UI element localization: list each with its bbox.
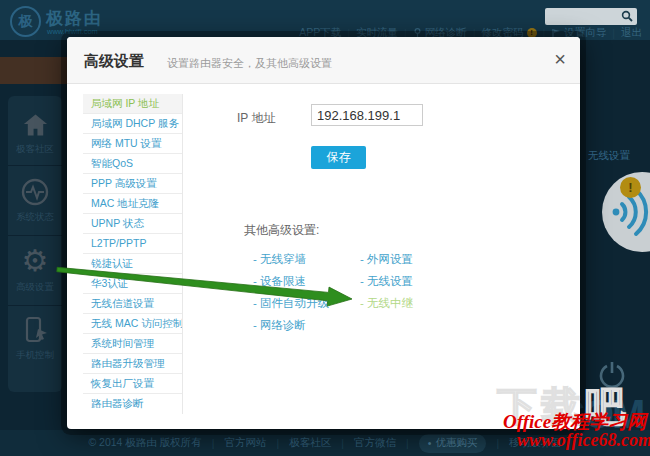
nav-logout[interactable]: 退出 [621, 26, 642, 40]
watermark-site-url: www.office68.com [517, 430, 650, 451]
save-button[interactable]: 保存 [311, 146, 366, 169]
dialog-header: 高级设置 设置路由器安全，及其他高级设置 × [67, 37, 580, 84]
sidebar-item-system-status[interactable]: 系统状态 [8, 178, 62, 224]
settings-menu: 局域网 IP 地址 局域网 DHCP 服务 网络 MTU 设置 智能QoS PP… [83, 94, 183, 414]
sidebar-item-advanced-settings[interactable]: ⚙ 高级设置 [8, 246, 62, 294]
menu-item-qos[interactable]: 智能QoS [83, 154, 182, 174]
footer-separator: | [406, 437, 409, 449]
ip-address-label: IP 地址 [237, 110, 275, 127]
logo-glyph: 极 [19, 13, 33, 31]
other-settings-heading: 其他高级设置: [244, 222, 319, 239]
menu-item-l2tp-pptp[interactable]: L2TP/PPTP [83, 234, 182, 254]
link-wan-settings[interactable]: - 外网设置 [360, 252, 413, 267]
link-wireless-settings[interactable]: - 无线设置 [360, 274, 413, 289]
brand-logo-icon: 极 [10, 6, 41, 37]
footer-separator: | [341, 437, 344, 449]
footer-separator: | [496, 437, 499, 449]
brand-url: www.hiwifi.com [47, 27, 98, 36]
footer-separator: | [212, 437, 215, 449]
menu-item-factory-reset[interactable]: 恢复出厂设置 [83, 374, 182, 394]
menu-item-router-upgrade[interactable]: 路由器升级管理 [83, 354, 182, 374]
footer-link-official-site[interactable]: 官方网站 [224, 436, 266, 450]
sidebar-item-community[interactable]: 极客社区 [8, 112, 62, 156]
menu-item-router-diagnose[interactable]: 路由器诊断 [83, 394, 182, 414]
sidebar-divider [8, 165, 62, 166]
wifi-alert-badge: ! [620, 177, 641, 198]
sidebar-divider [8, 305, 62, 306]
footer-link-wechat[interactable]: 官方微信 [354, 436, 396, 450]
wireless-settings-label: 无线设置 [588, 149, 630, 163]
ip-address-field[interactable] [311, 104, 423, 126]
menu-item-upnp[interactable]: UPNP 状态 [83, 214, 182, 234]
advanced-settings-dialog: 高级设置 设置路由器安全，及其他高级设置 × 局域网 IP 地址 局域网 DHC… [67, 37, 580, 429]
link-device-speed-limit[interactable]: - 设备限速 [253, 274, 306, 289]
power-icon[interactable] [598, 360, 626, 390]
pulse-icon [21, 178, 49, 206]
link-wifi-wall-penetration[interactable]: - 无线穿墙 [253, 252, 306, 267]
search-icon [621, 10, 634, 23]
menu-item-lan-ip[interactable]: 局域网 IP 地址 [83, 94, 182, 114]
dialog-title: 高级设置 [84, 52, 144, 71]
home-icon [22, 112, 49, 138]
page: 极 极路由 www.hiwifi.com APP下载 | 实时流量 | 网络诊断… [0, 0, 650, 456]
menu-item-wifi-channel[interactable]: 无线信道设置 [83, 294, 182, 314]
menu-item-ruijie-auth[interactable]: 锐捷认证 [83, 254, 182, 274]
sidebar-item-phone-control[interactable]: 手机控制 [8, 316, 62, 362]
menu-item-mtu[interactable]: 网络 MTU 设置 [83, 134, 182, 154]
sidebar: 极客社区 系统状态 ⚙ 高级设置 手机控制 [8, 96, 62, 392]
menu-item-mac-clone[interactable]: MAC 地址克隆 [83, 194, 182, 214]
copyright-text: © 2014 极路由 版权所有 [88, 436, 201, 450]
menu-item-system-time[interactable]: 系统时间管理 [83, 334, 182, 354]
footer-link-community[interactable]: 极客社区 [289, 436, 331, 450]
link-firmware-auto-upgrade[interactable]: - 固件自动升级 [253, 296, 329, 311]
link-wireless-repeater[interactable]: - 无线中继 [360, 296, 413, 311]
close-icon[interactable]: × [554, 48, 566, 70]
top-header: 极 极路由 www.hiwifi.com APP下载 | 实时流量 | 网络诊断… [0, 0, 650, 40]
badge-dot-icon: • [428, 437, 432, 449]
sidebar-divider [8, 235, 62, 236]
phone-icon [21, 316, 49, 344]
menu-item-lan-dhcp[interactable]: 局域网 DHCP 服务 [83, 114, 182, 134]
menu-item-h3c-auth[interactable]: 华3认证 [83, 274, 182, 294]
menu-item-ppp[interactable]: PPP 高级设置 [83, 174, 182, 194]
gear-icon: ⚙ [8, 246, 62, 276]
footer-separator: | [276, 437, 279, 449]
menu-item-wifi-mac-acl[interactable]: 无线 MAC 访问控制 [83, 314, 182, 334]
notice-banner-remnant [0, 57, 67, 84]
promo-purchase-badge[interactable]: • 优惠购买 [419, 434, 487, 453]
dialog-subtitle: 设置路由器安全，及其他高级设置 [167, 56, 332, 71]
link-network-diagnose[interactable]: - 网络诊断 [253, 318, 306, 333]
nav-separator: | [612, 27, 615, 39]
